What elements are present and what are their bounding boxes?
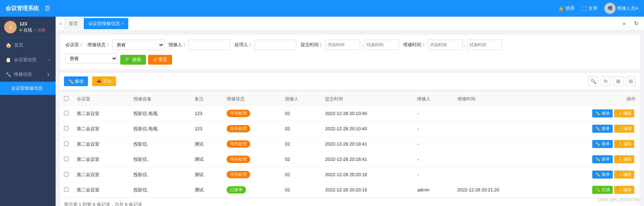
sidebar-avatar: 1 [4, 21, 17, 33]
watermark: CSDN @秋_2105917280 [597, 197, 641, 203]
user-menu[interactable]: 维 维修人员A [604, 3, 638, 14]
refresh-btn[interactable]: ↻ [601, 76, 611, 86]
pagination-text: 显示第 1 到第 6 条记录，总共 6 条记录 [64, 202, 142, 206]
sidebar-item-home[interactable]: 🏠 首页 [0, 38, 56, 52]
lock-screen-btn[interactable]: 锁屏 [558, 5, 574, 11]
row-checkbox[interactable] [64, 172, 68, 176]
menu-toggle-icon[interactable]: ☰ [44, 5, 50, 12]
tabs-refresh-btn[interactable]: ↻ [631, 19, 641, 28]
sidebar-item-room-repair[interactable]: 会议室报修信息 [0, 82, 56, 95]
search-row-1: 会议室： 维修状态： 所有 等待处理 已接单 已完成 [65, 40, 634, 50]
row-edit-btn[interactable]: ✏️ 编辑 [614, 125, 634, 133]
table-row: 第二会议室 投影仪, 测试 等待处理 02 2022-12-28 20:20:1… [60, 167, 640, 182]
handler-input[interactable] [255, 40, 296, 50]
select-all-checkbox[interactable] [64, 96, 68, 101]
td-submit-time: 2022-12-28 20:10:40 [321, 121, 413, 137]
sidebar-item-meeting-room-info[interactable]: 📋 会议室信息 › [0, 52, 56, 67]
status-badge: 已接单 [227, 186, 246, 193]
submit-time-label: 提交时间： [301, 42, 323, 48]
room-select[interactable]: 所有 第一会议室 第二会议室 [65, 53, 117, 64]
search-field-handler: 处理人： [235, 40, 296, 50]
td-note: 123 [190, 106, 222, 121]
tab-home[interactable]: 首页 [64, 18, 82, 29]
home-icon: 🏠 [6, 42, 11, 48]
sidebar-item-maintenance[interactable]: 🔧 维修信息 ∨ [0, 67, 56, 82]
td-repair-time [453, 137, 545, 152]
logout-btn[interactable]: 注销 [38, 27, 45, 33]
search-toggle-btn[interactable]: 🔍 [588, 76, 598, 86]
th-room: 会议室 [73, 92, 129, 106]
td-device: 投影仪, [129, 137, 190, 152]
status-label: 在线 [23, 27, 32, 33]
sidebar: 1 123 在线 • 注销 🏠 首页 📋 会议室信息 [0, 17, 56, 206]
search-field-room: 会议室： [65, 42, 83, 48]
submit-start-input[interactable] [325, 40, 360, 50]
row-edit-btn[interactable]: ✏️ 编辑 [614, 155, 634, 163]
export-btn[interactable]: 📤 导出 [92, 76, 116, 86]
receive-btn[interactable]: ✏️ 接单 [592, 171, 612, 179]
grid-btn[interactable]: ⊟ [626, 76, 636, 86]
complete-btn[interactable]: ✏️ 完成 [592, 186, 612, 194]
row-checkbox[interactable] [64, 141, 68, 146]
row-checkbox[interactable] [64, 187, 68, 192]
td-repairer: - [413, 167, 453, 182]
td-device: 投影仪, [129, 152, 190, 167]
content-area: ‹ 首页 会议室报修信息 × » ↻ 会议室： [56, 17, 644, 206]
sidebar-room-repair-label: 会议室报修信息 [11, 85, 43, 91]
row-edit-btn[interactable]: ✏️ 编辑 [614, 140, 634, 148]
td-reporter: 02 [281, 167, 321, 182]
td-status: 等待处理 [222, 167, 281, 182]
td-note: 测试 [190, 152, 222, 167]
tab-close-btn[interactable]: × [121, 22, 123, 26]
td-reporter: 02 [281, 137, 321, 152]
td-repair-time [453, 152, 545, 167]
td-checkbox [60, 152, 73, 167]
table-row: 第二会议室 投影仪, 测试 已接单 02 2022-12-28 20:20:18… [60, 182, 640, 198]
receive-btn[interactable]: ✏️ 接单 [592, 125, 612, 133]
sidebar-section-maintenance: 🔧 维修信息 ∨ 会议室报修信息 [0, 67, 56, 95]
sidebar-meeting-room-label: 会议室信息 [14, 57, 36, 63]
td-room: 第二会议室 [73, 121, 129, 137]
status-select-wrapper: 所有 等待处理 已接单 已完成 [112, 40, 164, 50]
th-reporter: 报修人 [281, 92, 321, 106]
status-select[interactable]: 所有 等待处理 已接单 已完成 [112, 40, 164, 50]
td-reporter: 02 [281, 106, 321, 121]
main-layout: 1 123 在线 • 注销 🏠 首页 📋 会议室信息 [0, 17, 644, 206]
row-checkbox[interactable] [64, 126, 68, 131]
row-edit-btn[interactable]: ✏️ 编辑 [614, 186, 634, 194]
pagination: 显示第 1 到第 6 条记录，总共 6 条记录 [60, 198, 640, 206]
td-actions: ✏️ 完成✏️ 编辑 [545, 182, 640, 198]
row-checkbox[interactable] [64, 111, 68, 115]
fullscreen-btn[interactable]: 全屏 [581, 5, 597, 11]
columns-btn[interactable]: ⊞ [613, 76, 623, 86]
th-note: 备注 [190, 92, 222, 106]
avatar-text: 维 [608, 5, 612, 11]
sidebar-avatar-text: 1 [9, 25, 11, 30]
page-content: 会议室： 维修状态： 所有 等待处理 已接单 已完成 [56, 31, 644, 206]
status-badge: 等待处理 [227, 171, 250, 178]
tabs-more-btn[interactable]: » [620, 19, 628, 28]
tab-room-repair[interactable]: 会议室报修信息 × [84, 18, 128, 29]
edit-btn[interactable]: ✏️ 修改 [64, 76, 88, 86]
row-edit-btn[interactable]: ✏️ 编辑 [614, 171, 634, 179]
td-status: 等待处理 [222, 106, 281, 121]
submit-end-input[interactable] [364, 40, 399, 50]
table-row: 第二会议室 投影仪,电视, 123 等待处理 02 2022-12-28 20:… [60, 106, 640, 121]
receive-btn[interactable]: ✏️ 接单 [592, 109, 612, 117]
th-device: 报修设备 [129, 92, 190, 106]
tab-back-btn[interactable]: ‹ [58, 19, 63, 28]
receive-btn[interactable]: ✏️ 接单 [592, 155, 612, 163]
status-badge: 等待处理 [227, 110, 250, 117]
receive-btn[interactable]: ✏️ 接单 [592, 140, 612, 148]
search-btn[interactable]: 🔍 搜索 [120, 55, 146, 65]
repair-end-input[interactable] [467, 40, 502, 50]
repair-start-input[interactable] [428, 40, 463, 50]
reset-btn[interactable]: ↺ 重置 [148, 55, 172, 65]
td-note: 测试 [190, 167, 222, 182]
row-checkbox[interactable] [64, 157, 68, 161]
sidebar-item-home-label: 首页 [14, 42, 23, 48]
td-checkbox [60, 182, 73, 198]
reporter-input[interactable] [189, 40, 230, 50]
td-reporter: 02 [281, 121, 321, 137]
row-edit-btn[interactable]: ✏️ 编辑 [614, 109, 634, 117]
